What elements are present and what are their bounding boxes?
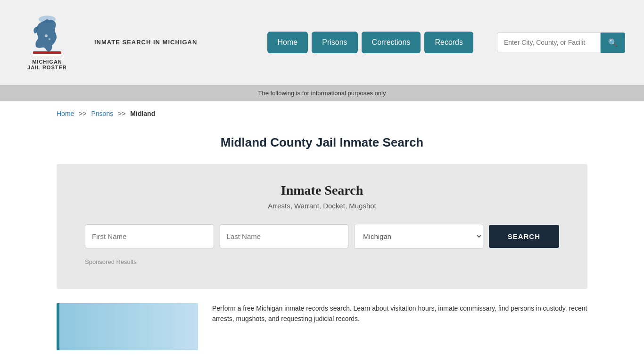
bottom-section: Perform a free Michigan inmate records s…: [57, 303, 587, 350]
inmate-search-subtitle: Arrests, Warrant, Docket, Mugshot: [85, 202, 559, 210]
sponsored-label: Sponsored Results: [85, 258, 559, 265]
logo-area: MICHIGAN JAIL ROSTER: [19, 15, 75, 70]
bottom-image: [57, 303, 198, 350]
inmate-search-form: AlabamaAlaskaArizonaArkansasCaliforniaCo…: [85, 224, 559, 249]
header: MICHIGAN JAIL ROSTER INMATE SEARCH IN MI…: [0, 0, 644, 85]
nav-prisons-button[interactable]: Prisons: [312, 32, 357, 53]
search-box-container: Inmate Search Arrests, Warrant, Docket, …: [57, 164, 587, 289]
nav-corrections-button[interactable]: Corrections: [362, 32, 421, 53]
breadcrumb-sep-1: >>: [79, 110, 86, 117]
breadcrumb-current: Midland: [130, 110, 155, 117]
last-name-input[interactable]: [220, 224, 349, 248]
nav-home-button[interactable]: Home: [267, 32, 308, 53]
breadcrumb-home-link[interactable]: Home: [57, 110, 74, 117]
search-icon: 🔍: [608, 39, 618, 47]
bottom-text: Perform a free Michigan inmate records s…: [212, 303, 587, 324]
header-search-button[interactable]: 🔍: [601, 33, 625, 53]
first-name-input[interactable]: [85, 224, 214, 248]
svg-point-2: [49, 38, 50, 40]
header-search-bar: 🔍: [497, 33, 625, 53]
breadcrumb-sep-2: >>: [118, 110, 125, 117]
nav-area: Home Prisons Corrections Records: [267, 32, 473, 53]
breadcrumb-prisons-link[interactable]: Prisons: [91, 110, 114, 117]
svg-point-1: [45, 34, 48, 37]
svg-rect-4: [33, 54, 61, 56]
michigan-logo-icon: [28, 15, 66, 57]
breadcrumb: Home >> Prisons >> Midland: [0, 101, 644, 126]
logo-text: MICHIGAN JAIL ROSTER: [27, 59, 67, 70]
site-title: INMATE SEARCH IN MICHIGAN: [94, 38, 197, 47]
inmate-search-title: Inmate Search: [85, 183, 559, 198]
page-title: Midland County Jail Inmate Search: [0, 135, 644, 150]
info-bar: The following is for informational purpo…: [0, 85, 644, 101]
header-search-input[interactable]: [497, 33, 601, 52]
svg-rect-3: [33, 51, 61, 54]
inmate-search-button[interactable]: SEARCH: [489, 225, 559, 248]
state-select[interactable]: AlabamaAlaskaArizonaArkansasCaliforniaCo…: [354, 224, 483, 249]
nav-records-button[interactable]: Records: [424, 32, 473, 53]
